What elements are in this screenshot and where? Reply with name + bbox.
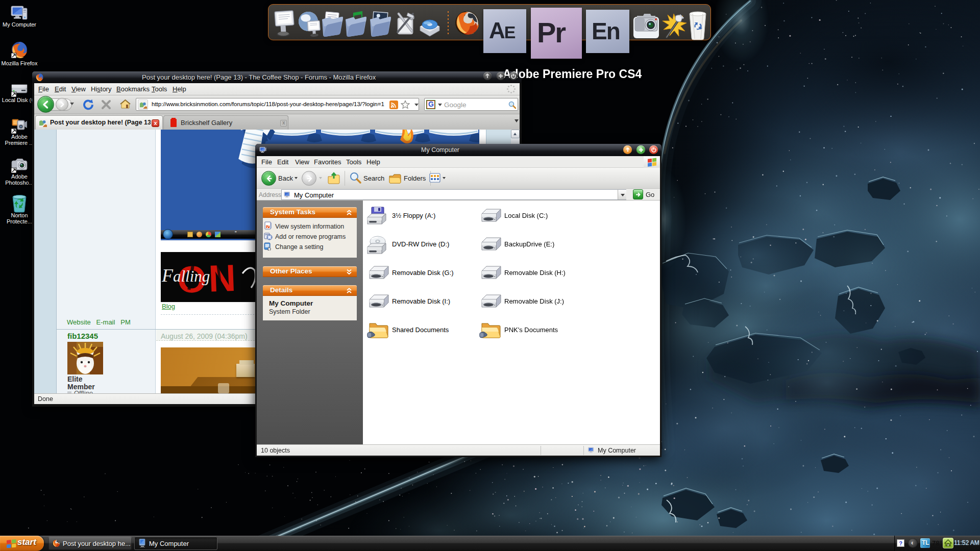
svg-text:Falling: Falling — [161, 265, 210, 286]
